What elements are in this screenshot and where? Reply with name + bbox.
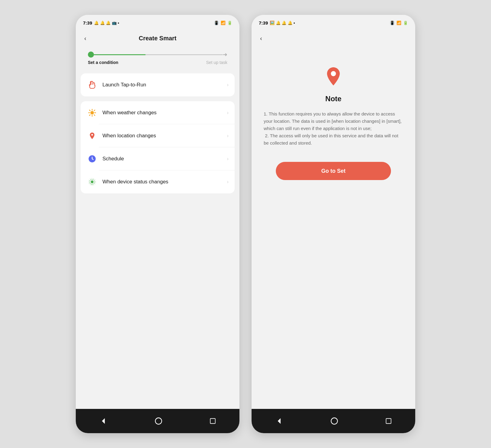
schedule-label: Schedule [102, 156, 222, 162]
note-header: ‹ [252, 31, 415, 46]
progress-track: ➜ [88, 51, 227, 58]
sun-icon [87, 107, 98, 118]
time-display-2: 7:39 [259, 20, 268, 25]
location-icon-large [321, 64, 346, 89]
clock-icon [87, 153, 98, 164]
hand-tap-icon [87, 79, 98, 90]
back-button-2[interactable]: ‹ [258, 34, 265, 43]
bottom-nav-2 [252, 409, 415, 433]
back-button-1[interactable]: ‹ [82, 34, 89, 43]
device-status-item[interactable]: When device status changes › [81, 170, 235, 193]
wifi-icon-2: 📶 [396, 21, 401, 25]
svg-point-17 [155, 418, 162, 424]
bottom-nav-1 [76, 409, 239, 433]
svg-line-7 [89, 115, 90, 115]
note-body-text: 1. This function requires you to always … [264, 110, 403, 147]
go-to-set-label: Go to Set [321, 168, 346, 174]
location-pin-icon [87, 130, 98, 141]
svg-marker-16 [102, 418, 105, 424]
svg-marker-20 [278, 418, 280, 424]
step2-label: Set up task [206, 60, 227, 65]
nav-recent-button-2[interactable] [385, 418, 392, 424]
note-title: Note [325, 95, 341, 103]
content-1: ‹ Create Smart ➜ Set a condition Set up … [76, 31, 239, 409]
schedule-item[interactable]: Schedule › [81, 147, 235, 170]
tap-to-run-item[interactable]: Launch Tap-to-Run › [81, 73, 235, 96]
svg-line-5 [89, 110, 90, 111]
go-to-set-button[interactable]: Go to Set [276, 162, 391, 180]
location-label: When location changes [102, 133, 222, 139]
svg-line-6 [94, 115, 95, 115]
progress-arrow-icon: ➜ [223, 51, 227, 58]
weather-label: When weather changes [102, 110, 222, 116]
svg-point-9 [91, 134, 93, 135]
status-time-2: 7:39 🖼️ 🔔 🔔 🔔 • [259, 20, 295, 25]
phone-1: 7:39 🔔 🔔 🔔 📺 • 📳 📶 🔋 ‹ Create Smart ➜ Se… [76, 15, 239, 433]
note-content: Note 1. This function requires you to al… [252, 46, 415, 409]
status-right-2: 📳 📶 🔋 [390, 21, 408, 25]
battery-icon: 🔋 [227, 21, 232, 25]
status-right-1: 📳 📶 🔋 [214, 21, 232, 25]
location-chevron: › [227, 133, 229, 139]
svg-line-8 [94, 110, 95, 111]
device-status-label: When device status changes [102, 179, 222, 185]
nav-home-button-1[interactable] [154, 417, 163, 425]
conditions-card: When weather changes › When location cha… [81, 101, 235, 193]
content-2: ‹ Note 1. This function requires you to … [252, 31, 415, 409]
vibrate-icon-2: 📳 [390, 21, 395, 25]
page-title-1: Create Smart [139, 35, 177, 42]
svg-point-19 [331, 71, 336, 76]
notification-icons-1: 🔔 🔔 🔔 📺 • [94, 21, 119, 25]
schedule-chevron: › [227, 156, 229, 162]
device-status-icon [87, 176, 98, 187]
svg-point-13 [91, 180, 93, 183]
nav-recent-button-1[interactable] [209, 418, 216, 424]
weather-chevron: › [227, 110, 229, 115]
weather-item[interactable]: When weather changes › [81, 101, 235, 124]
device-status-chevron: › [227, 179, 229, 185]
nav-home-button-2[interactable] [330, 417, 339, 425]
svg-rect-22 [386, 419, 391, 424]
battery-icon-2: 🔋 [403, 21, 408, 25]
status-time-1: 7:39 🔔 🔔 🔔 📺 • [83, 20, 119, 25]
progress-section: ➜ Set a condition Set up task [76, 46, 239, 71]
tap-to-run-card: Launch Tap-to-Run › [81, 73, 235, 96]
progress-line [94, 54, 223, 55]
tap-to-run-label: Launch Tap-to-Run [102, 82, 222, 88]
nav-back-button-1[interactable] [99, 417, 108, 425]
notification-icons-2: 🖼️ 🔔 🔔 🔔 • [270, 21, 295, 25]
nav-back-button-2[interactable] [275, 417, 283, 425]
tap-to-run-chevron: › [227, 82, 229, 88]
progress-labels: Set a condition Set up task [88, 60, 227, 65]
header-1: ‹ Create Smart [76, 31, 239, 46]
svg-rect-18 [210, 419, 215, 424]
svg-point-0 [90, 111, 94, 115]
step1-dot [88, 52, 94, 58]
time-display-1: 7:39 [83, 20, 92, 25]
phone-2: 7:39 🖼️ 🔔 🔔 🔔 • 📳 📶 🔋 ‹ Note 1. This f [252, 15, 415, 433]
status-bar-1: 7:39 🔔 🔔 🔔 📺 • 📳 📶 🔋 [76, 15, 239, 31]
vibrate-icon: 📳 [214, 21, 219, 25]
status-bar-2: 7:39 🖼️ 🔔 🔔 🔔 • 📳 📶 🔋 [252, 15, 415, 31]
location-item[interactable]: When location changes › [81, 124, 235, 147]
step1-label: Set a condition [88, 60, 118, 65]
wifi-icon: 📶 [221, 21, 225, 25]
svg-point-21 [331, 418, 338, 424]
